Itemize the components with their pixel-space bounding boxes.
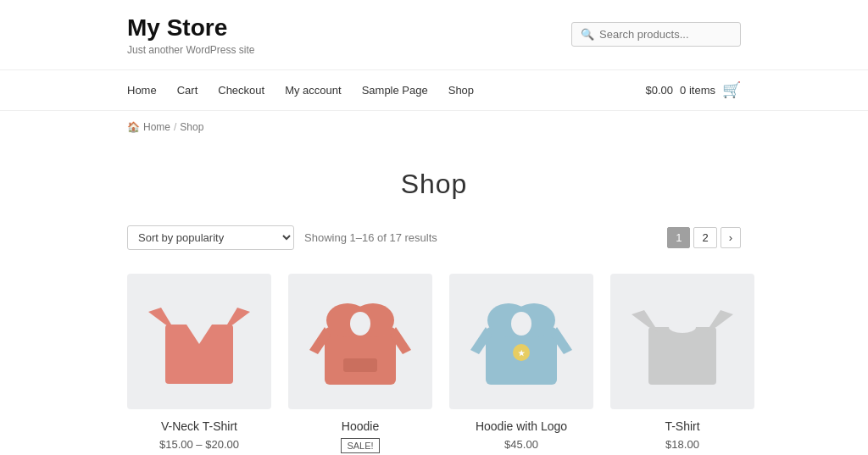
toolbar-left: Sort by popularity Sort by average ratin… — [127, 225, 437, 250]
page-title: Shop — [0, 169, 868, 200]
cart-icon: 🛒 — [722, 80, 741, 99]
svg-point-22 — [669, 321, 696, 333]
page-btn-2[interactable]: 2 — [693, 227, 716, 248]
svg-text:★: ★ — [518, 349, 526, 358]
shop-toolbar: Sort by popularity Sort by average ratin… — [0, 217, 868, 258]
nav-links: Home Cart Checkout My account Sample Pag… — [127, 70, 474, 110]
site-title: My Store — [127, 14, 255, 42]
nav-sample-page[interactable]: Sample Page — [362, 84, 428, 97]
nav-checkout[interactable]: Checkout — [218, 84, 264, 97]
svg-rect-10 — [343, 358, 377, 372]
page-title-section: Shop — [0, 143, 868, 217]
product-image-hoodie — [288, 274, 432, 409]
cart-summary[interactable]: $0.00 0 items 🛒 — [646, 80, 741, 99]
product-card-hoodie[interactable]: Hoodie SALE! — [288, 274, 432, 455]
tshirt-svg — [632, 286, 733, 397]
search-bar[interactable]: 🔍 — [571, 22, 741, 47]
product-name-vneck: V-Neck T-Shirt — [127, 419, 271, 433]
nav-home[interactable]: Home — [127, 84, 157, 97]
product-price-tshirt: $18.00 — [610, 438, 754, 451]
pagination: 1 2 › — [667, 227, 741, 248]
cart-items: 0 items — [680, 84, 715, 97]
product-image-hoodie-logo: ★ — [449, 274, 593, 409]
svg-marker-21 — [706, 310, 733, 332]
product-card-vneck[interactable]: V-Neck T-Shirt $15.00 – $20.00 — [127, 274, 271, 455]
sort-select[interactable]: Sort by popularity Sort by average ratin… — [127, 225, 294, 250]
product-card-hoodie-logo[interactable]: ★ Hoodie with Logo $45.00 — [449, 274, 593, 455]
site-header: My Store Just another WordPress site 🔍 — [0, 0, 868, 70]
breadcrumb-home-link[interactable]: Home — [143, 121, 170, 133]
breadcrumb-current: Shop — [180, 121, 203, 133]
nav-cart[interactable]: Cart — [177, 84, 198, 97]
site-branding: My Store Just another WordPress site — [127, 14, 255, 56]
product-name-tshirt: T-Shirt — [610, 419, 754, 433]
product-card-tshirt[interactable]: T-Shirt $18.00 — [610, 274, 754, 455]
nav-myaccount[interactable]: My account — [285, 84, 341, 97]
svg-marker-20 — [632, 310, 659, 332]
results-count: Showing 1–16 of 17 results — [304, 231, 437, 244]
product-price-hoodie-logo: $45.00 — [449, 438, 593, 451]
search-input[interactable] — [599, 28, 732, 41]
product-name-hoodie-logo: Hoodie with Logo — [449, 419, 593, 433]
product-name-hoodie: Hoodie — [288, 419, 432, 433]
hoodie-svg — [309, 286, 411, 397]
product-price-vneck: $15.00 – $20.00 — [127, 438, 271, 451]
search-icon: 🔍 — [581, 28, 594, 41]
svg-marker-1 — [148, 308, 174, 329]
svg-point-16 — [511, 312, 531, 336]
cart-total: $0.00 — [646, 84, 674, 97]
breadcrumb-separator: / — [174, 121, 176, 133]
vneck-tshirt-svg — [148, 286, 250, 397]
product-image-vneck — [127, 274, 271, 409]
products-grid: V-Neck T-Shirt $15.00 – $20.00 — [0, 265, 868, 455]
product-price-hoodie: SALE! — [288, 438, 432, 455]
svg-rect-4 — [325, 327, 396, 385]
product-image-tshirt — [610, 274, 754, 409]
svg-rect-19 — [648, 327, 716, 385]
main-nav: Home Cart Checkout My account Sample Pag… — [0, 70, 868, 111]
nav-shop[interactable]: Shop — [448, 84, 474, 97]
page-btn-1[interactable]: 1 — [667, 227, 690, 248]
sale-badge: SALE! — [341, 438, 379, 453]
home-icon: 🏠 — [127, 121, 140, 133]
svg-point-9 — [350, 312, 370, 336]
page-btn-next[interactable]: › — [721, 227, 741, 248]
breadcrumb: 🏠 Home / Shop — [0, 111, 868, 143]
hoodie-logo-svg: ★ — [470, 286, 572, 397]
site-tagline: Just another WordPress site — [127, 44, 255, 56]
svg-marker-2 — [225, 308, 250, 329]
